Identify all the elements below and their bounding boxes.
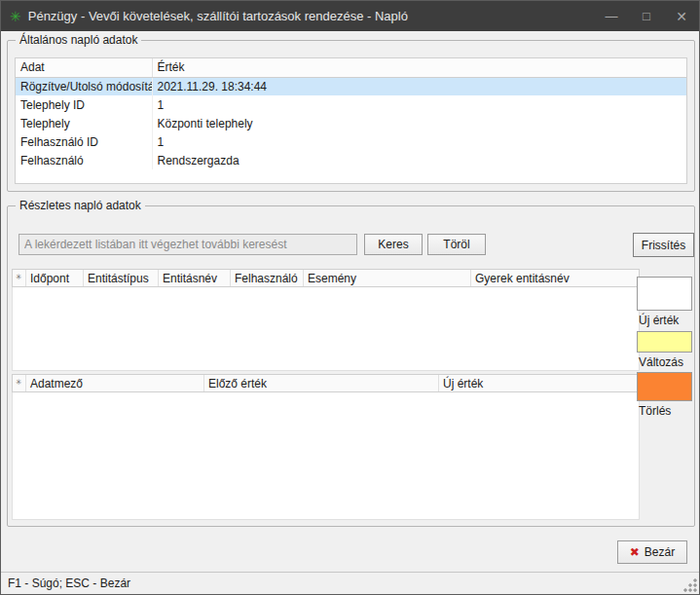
search-input[interactable]	[18, 234, 357, 255]
table-row[interactable]: Telephely Központi telephely	[16, 114, 686, 132]
column-header-uj-ertek[interactable]: Új érték	[439, 375, 639, 391]
row-marker-column-header: ✳	[13, 270, 26, 286]
maximize-button[interactable]: □	[629, 1, 664, 31]
row-value: Rendszergazda	[152, 151, 686, 169]
legend-new-value-swatch	[637, 277, 692, 311]
row-name: Felhasználó ID	[16, 132, 152, 151]
fields-table-header: ✳ Adatmező Előző érték Új érték	[12, 374, 640, 392]
statusbar: F1 - Súgó; ESC - Bezár	[1, 572, 699, 594]
dialog-window: ✳ Pénzügy - Vevői követelések, szállítói…	[0, 0, 700, 595]
minimize-button[interactable]: —	[594, 1, 629, 31]
dialog-body: Általános napló adatok Adat Érték Rögzít…	[1, 31, 699, 572]
statusbar-text: F1 - Súgó; ESC - Bezár	[8, 576, 130, 590]
general-table-header-row: Adat Érték	[16, 58, 686, 77]
legend-change-swatch	[637, 331, 692, 353]
row-value: 2021.11.29. 18:34:44	[152, 77, 686, 95]
row-value: Központi telephely	[152, 114, 686, 132]
clear-button[interactable]: Töröl	[427, 234, 486, 255]
table-row[interactable]: Telephely ID 1	[16, 95, 686, 114]
general-group-title: Általános napló adatok	[16, 33, 141, 47]
legend-change-label: Változás	[639, 355, 683, 369]
row-marker-column-header: ✳	[13, 375, 26, 391]
refresh-button[interactable]: Frissítés	[633, 233, 694, 257]
window-title: Pénzügy - Vevői követelések, szállítói t…	[28, 9, 408, 23]
fields-table-body	[12, 392, 640, 520]
row-name: Felhasználó	[16, 151, 152, 169]
detailed-log-group: Részletes napló adatok Keres Töröl Friss…	[7, 205, 695, 527]
legend-new-value-label: Új érték	[639, 314, 679, 327]
resize-grip[interactable]	[683, 578, 697, 592]
column-header-elozo-ertek[interactable]: Előző érték	[204, 375, 439, 391]
table-row[interactable]: Rögzítve/Utolsó módosítás 2021.11.29. 18…	[16, 77, 686, 95]
legend-delete-swatch	[637, 372, 692, 401]
column-header-ertek[interactable]: Érték	[152, 58, 686, 77]
events-table-header: ✳ Időpont Entitástípus Entitásnév Felhas…	[12, 269, 640, 287]
events-table-body	[12, 287, 640, 371]
table-row[interactable]: Felhasználó Rendszergazda	[16, 151, 686, 169]
close-dialog-button[interactable]: ✖ Bezár	[617, 540, 687, 564]
close-dialog-label: Bezár	[645, 545, 675, 559]
row-name: Rögzítve/Utolsó módosítás	[16, 77, 152, 95]
general-log-group: Általános napló adatok Adat Érték Rögzít…	[7, 40, 695, 192]
column-header-entitastipus[interactable]: Entitástípus	[84, 270, 159, 286]
titlebar[interactable]: ✳ Pénzügy - Vevői követelések, szállítói…	[1, 1, 699, 31]
close-x-icon: ✖	[630, 546, 640, 558]
row-value: 1	[152, 95, 686, 114]
window-close-button[interactable]: ✕	[664, 1, 699, 31]
column-header-adatmezo[interactable]: Adatmező	[26, 375, 204, 391]
row-value: 1	[152, 132, 686, 151]
row-name: Telephely	[16, 114, 152, 132]
app-icon: ✳	[10, 10, 21, 23]
general-log-table: Adat Érték Rögzítve/Utolsó módosítás 202…	[15, 57, 687, 184]
column-header-felhasznalo[interactable]: Felhasználó	[231, 270, 304, 286]
table-row[interactable]: Felhasználó ID 1	[16, 132, 686, 151]
column-header-idopont[interactable]: Időpont	[26, 270, 84, 286]
search-button[interactable]: Keres	[364, 234, 423, 255]
legend-delete-label: Törlés	[639, 404, 671, 418]
details-group-title: Részletes napló adatok	[16, 199, 145, 212]
column-header-gyerek-entitasnev[interactable]: Gyerek entitásnév	[471, 270, 639, 286]
row-name: Telephely ID	[16, 95, 152, 114]
column-header-esemeny[interactable]: Esemény	[304, 270, 471, 286]
window-controls: — □ ✕	[594, 1, 699, 31]
column-header-entitasnev[interactable]: Entitásnév	[159, 270, 231, 286]
column-header-adat[interactable]: Adat	[16, 58, 152, 77]
